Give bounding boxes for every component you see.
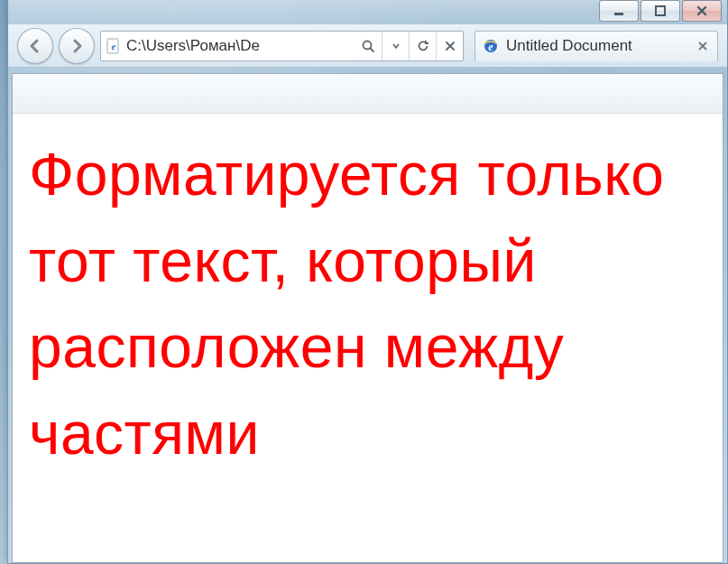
tab-close-button[interactable]: [696, 39, 710, 53]
window-controls: [599, 0, 722, 22]
back-button[interactable]: [17, 28, 53, 64]
arrow-right-icon: [68, 37, 86, 55]
svg-text:e: e: [112, 41, 116, 51]
navigation-bar: e: [8, 24, 727, 68]
svg-rect-1: [656, 6, 665, 15]
ie-icon: e: [483, 38, 499, 54]
content-frame: Форматируется только тот текст, который …: [12, 73, 723, 563]
stop-icon: [444, 40, 456, 52]
forward-button[interactable]: [59, 28, 95, 64]
address-input[interactable]: [126, 35, 355, 57]
tab-title: Untitled Document: [506, 37, 688, 55]
formatted-text: Форматируется только тот текст, который …: [29, 132, 706, 477]
minimize-button[interactable]: [599, 0, 639, 22]
arrow-left-icon: [26, 37, 44, 55]
browser-window: e: [7, 0, 728, 564]
address-controls: [355, 32, 463, 60]
search-dropdown-button[interactable]: [382, 32, 409, 60]
browser-tab[interactable]: e Untitled Document: [475, 31, 718, 61]
close-icon: [696, 5, 708, 17]
close-button[interactable]: [682, 0, 722, 22]
chevron-down-icon: [392, 42, 401, 51]
maximize-icon: [654, 5, 667, 17]
page-icon: e: [101, 38, 126, 54]
refresh-icon: [416, 39, 430, 53]
search-icon: [361, 39, 375, 53]
tab-strip: e Untitled Document: [475, 31, 718, 61]
maximize-button[interactable]: [640, 0, 680, 22]
search-button[interactable]: [355, 32, 382, 60]
minimize-icon: [613, 5, 625, 17]
tab-favicon: e: [483, 38, 499, 54]
stop-button[interactable]: [436, 32, 463, 60]
close-icon: [697, 41, 708, 51]
address-bar: e: [100, 31, 464, 61]
command-bar: [13, 74, 723, 114]
page-body: Форматируется только тот текст, который …: [13, 114, 723, 495]
window-titlebar[interactable]: [8, 0, 727, 24]
refresh-button[interactable]: [409, 32, 436, 60]
svg-rect-0: [614, 13, 623, 15]
ie-page-icon: e: [106, 38, 122, 54]
